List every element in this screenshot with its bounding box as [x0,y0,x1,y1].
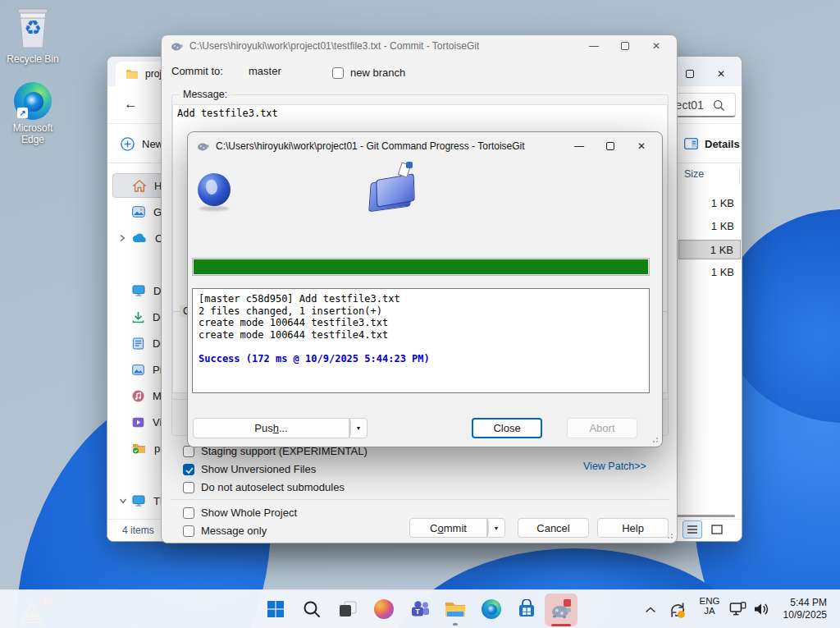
close-button[interactable]: ✕ [626,136,657,156]
message-only-label: Message only [201,525,267,537]
icon-view-toggle[interactable] [707,520,727,539]
back-button[interactable]: ← [124,96,138,112]
language-secondary: JA [696,606,724,616]
edge-button[interactable] [480,598,503,621]
search-icon [303,600,321,618]
store-button[interactable] [515,598,538,621]
column-separator[interactable] [739,167,740,185]
commit-dialog-titlebar[interactable]: C:\Users\hiroyuki\work\project01\testfil… [162,35,677,57]
volume-icon[interactable] [753,602,771,617]
no-autoselect-checkbox[interactable] [183,482,194,493]
desktop-folder-icon [132,285,145,296]
search-icon [713,99,725,112]
help-button[interactable]: Help [597,518,669,538]
cancel-button[interactable]: Cancel [518,518,589,538]
commit-button[interactable]: Commit [409,518,487,538]
task-view-icon [338,599,358,619]
show-whole-project-label: Show Whole Project [201,507,297,519]
message-only-option[interactable]: Message only [183,525,267,537]
desktop-icon-edge[interactable]: ↗ Microsoft Edge [2,82,64,145]
minimize-button[interactable]: — [578,36,609,56]
file-row[interactable]: 1 KB [678,194,741,213]
svg-text:T: T [415,607,420,616]
taskbar-clock[interactable]: 5:44 PM 10/9/2025 [783,597,827,621]
details-button[interactable]: Details [684,133,740,154]
show-unversioned-checkbox[interactable] [183,464,194,475]
push-button-label: ... [279,422,288,434]
dropdown-icon: ▼ [356,425,362,431]
icon-view-icon [711,525,723,534]
show-whole-project-option[interactable]: Show Whole Project [183,507,297,519]
file-row[interactable]: 1 KB [678,217,741,236]
commit-to-row: Commit to: master [171,65,669,81]
open-window-indicator [453,623,458,626]
output-line: create mode 100644 testfile4.txt [199,329,643,342]
push-dropdown-button[interactable]: ▼ [349,418,368,438]
new-branch-label: new branch [350,66,405,79]
view-patch-link[interactable]: View Patch>> [583,461,646,472]
resize-grip[interactable] [651,435,659,443]
file-explorer-icon [445,600,466,618]
tray-chevron-up-icon[interactable] [645,607,656,613]
teams-icon: T [410,599,431,619]
abort-button[interactable]: Abort [567,418,637,438]
this-pc-icon [132,495,145,507]
maximize-button[interactable] [609,36,641,56]
explorer-close-button[interactable]: ✕ [705,64,737,84]
new-branch-checkbox[interactable] [332,67,344,79]
command-output[interactable]: [master c58d950] Add testfile3.txt 2 fil… [192,288,650,393]
push-split-button: Push... ▼ [193,418,368,438]
minimize-button[interactable]: — [564,136,595,156]
windows-logo-icon [266,599,285,619]
output-line: 2 files changed, 1 insertion(+) [199,305,643,318]
update-status-icon[interactable] [668,600,687,620]
teams-button[interactable]: T [409,598,431,621]
close-button[interactable]: ✕ [641,36,672,56]
desktop-icon-recycle-bin[interactable]: ♻ Recycle Bin [2,7,64,65]
message-only-checkbox[interactable] [183,525,194,537]
folder-checked-icon [132,442,146,454]
check-icon [184,465,195,476]
maximize-button[interactable] [595,136,626,156]
pictures-icon [132,364,144,375]
tray-time: 5:44 PM [783,597,827,609]
language-indicator[interactable]: ENG JA [696,596,724,616]
push-button[interactable]: Push... [193,418,349,438]
tray-date: 10/9/2025 [783,609,827,621]
desktop-icon-label: Microsoft Edge [2,122,64,145]
column-header-size[interactable]: Size [684,168,704,180]
list-view-toggle[interactable] [682,520,702,539]
tortoisegit-taskbar-button[interactable] [550,598,573,621]
taskbar: T [0,589,840,628]
explorer-maximize-button[interactable] [674,64,705,84]
start-button[interactable] [264,598,287,621]
show-unversioned-option[interactable]: Show Unversioned Files [183,463,316,475]
file-row[interactable]: 1 KB [678,263,741,282]
copilot-button[interactable] [372,598,395,621]
divider [170,499,669,500]
new-branch-option[interactable]: new branch [332,66,405,79]
item-count: 4 items [122,525,154,536]
success-line: Success (172 ms @ 10/9/2025 5:44:23 PM) [199,353,643,365]
task-view-button[interactable] [336,598,359,621]
close-action-button[interactable]: Close [472,418,542,438]
progress-dialog-titlebar[interactable]: C:\Users\hiroyuki\work\project01 - Git C… [188,132,662,160]
file-explorer-button[interactable] [444,598,467,621]
search-button[interactable] [300,598,323,621]
network-icon[interactable] [729,602,747,617]
no-autoselect-option[interactable]: Do not autoselect submodules [183,481,345,493]
show-whole-project-checkbox[interactable] [183,507,194,519]
maximize-icon [621,42,629,50]
commit-dropdown-button[interactable]: ▼ [487,518,505,538]
new-button[interactable]: New [121,132,163,155]
no-autoselect-label: Do not autoselect submodules [201,481,345,493]
music-icon [132,390,144,402]
active-app-indicator [551,624,571,626]
onedrive-icon [132,233,147,243]
list-view-icon [687,525,698,534]
resize-grip[interactable] [665,531,673,539]
commit-button-accesskey: o [437,522,443,534]
tortoisegit-icon [196,140,209,153]
current-branch[interactable]: master [249,65,281,77]
file-row-selected[interactable]: 1 KB [678,240,741,259]
